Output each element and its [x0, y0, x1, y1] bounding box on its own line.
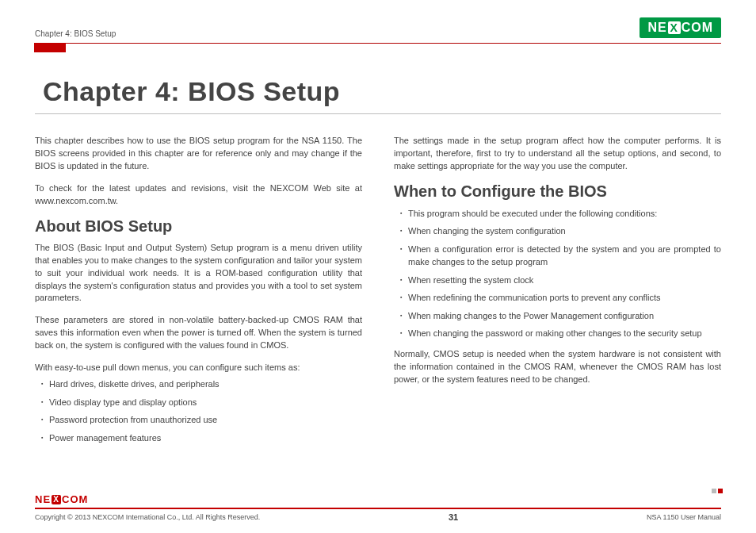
closing-paragraph: Normally, CMOS setup is needed when the … — [394, 348, 721, 386]
footer-line: Copyright © 2013 NEXCOM International Co… — [35, 508, 721, 522]
list-item: When redefining the communication ports … — [400, 291, 721, 305]
list-item: Hard drives, diskette drives, and periph… — [41, 378, 362, 391]
right-column: The settings made in the setup program a… — [394, 135, 721, 452]
intro-paragraph-1: This chapter describes how to use the BI… — [35, 135, 362, 173]
doc-title: NSA 1150 User Manual — [647, 513, 721, 521]
right-top-paragraph: The settings made in the setup program a… — [394, 135, 721, 173]
copyright-text: Copyright © 2013 NEXCOM International Co… — [35, 513, 260, 521]
brand-post: COM — [62, 493, 88, 505]
chapter-label: Chapter 4: BIOS Setup — [35, 29, 116, 38]
about-paragraph-3: With easy-to-use pull down menus, you ca… — [35, 362, 362, 374]
list-item: When changing the password or making oth… — [400, 327, 721, 340]
list-item: This program should be executed under th… — [400, 207, 721, 220]
list-item: Password protection from unauthorized us… — [41, 413, 362, 427]
list-item: When changing the system configuration — [400, 224, 721, 238]
about-paragraph-1: The BIOS (Basic Input and Output System)… — [35, 242, 362, 305]
footer-squares-decoration — [712, 489, 723, 493]
page-header: Chapter 4: BIOS Setup NE X COM — [35, 17, 721, 44]
about-paragraph-2: These parameters are stored in non-volat… — [35, 314, 362, 352]
brand-x-icon: X — [668, 21, 681, 34]
page-footer: NE X COM Copyright © 2013 NEXCOM Interna… — [35, 493, 721, 522]
list-item: Video display type and display options — [41, 396, 362, 409]
brand-x-icon: X — [52, 495, 61, 504]
list-item: When making changes to the Power Managem… — [400, 309, 721, 323]
brand-post: COM — [682, 21, 713, 35]
red-tab-decoration — [34, 43, 66, 52]
brand-pre: NE — [647, 21, 666, 35]
page-title: Chapter 4: BIOS Setup — [35, 52, 721, 114]
about-items-list: Hard drives, diskette drives, and periph… — [35, 378, 362, 444]
brand-pre: NE — [35, 493, 51, 505]
content-columns: This chapter describes how to use the BI… — [35, 135, 721, 452]
brand-logo-header: NE X COM — [640, 17, 721, 38]
list-item: When a configuration error is detected b… — [400, 243, 721, 269]
left-column: This chapter describes how to use the BI… — [35, 135, 362, 452]
list-item: When resetting the system clock — [400, 274, 721, 287]
when-items-list: This program should be executed under th… — [394, 207, 721, 340]
intro-paragraph-2: To check for the latest updates and revi… — [35, 182, 362, 208]
when-heading: When to Configure the BIOS — [394, 182, 721, 201]
list-item: Power management features — [41, 431, 362, 445]
page-number: 31 — [449, 512, 458, 522]
about-heading: About BIOS Setup — [35, 217, 362, 236]
brand-logo-footer: NE X COM — [35, 493, 88, 505]
